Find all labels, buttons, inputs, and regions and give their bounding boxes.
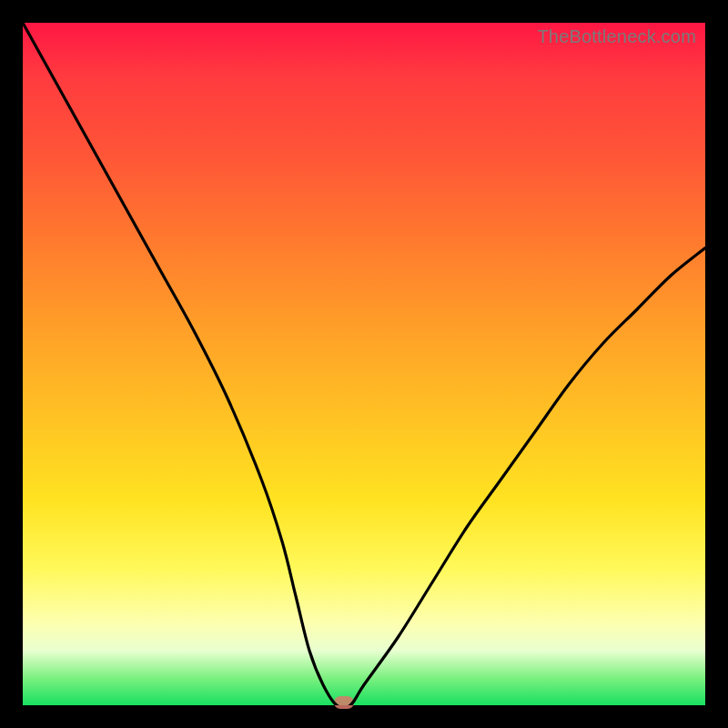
bottleneck-curve	[23, 23, 705, 705]
chart-frame: TheBottleneck.com	[0, 0, 728, 728]
plot-area: TheBottleneck.com	[23, 23, 705, 705]
attribution-watermark: TheBottleneck.com	[537, 26, 696, 47]
